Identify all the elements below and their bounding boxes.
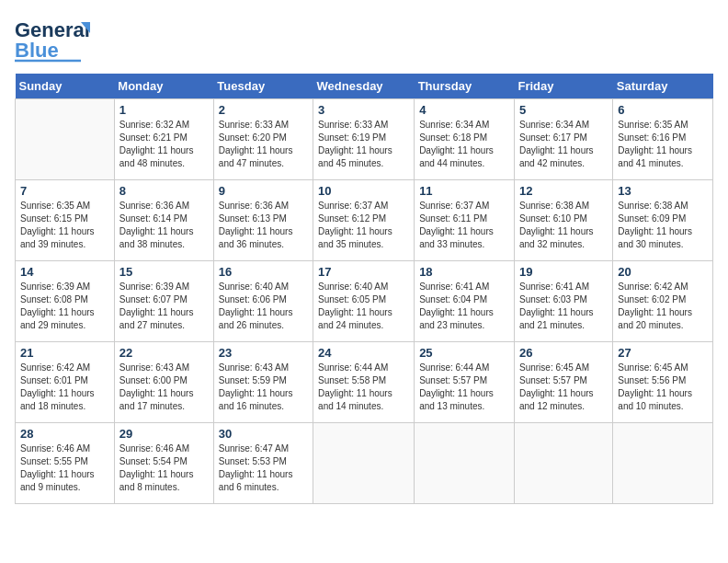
day-info: Sunrise: 6:40 AMSunset: 6:06 PMDaylight:…	[219, 281, 308, 332]
calendar-day-cell: 26Sunrise: 6:45 AMSunset: 5:57 PMDayligh…	[514, 342, 612, 423]
day-number: 21	[20, 346, 109, 360]
day-info: Sunrise: 6:34 AMSunset: 6:17 PMDaylight:…	[519, 119, 608, 170]
day-number: 16	[219, 265, 308, 279]
day-number: 23	[219, 346, 308, 360]
calendar-day-cell: 1Sunrise: 6:32 AMSunset: 6:21 PMDaylight…	[114, 99, 213, 180]
day-info: Sunrise: 6:33 AMSunset: 6:20 PMDaylight:…	[219, 119, 308, 170]
calendar-day-cell: 8Sunrise: 6:36 AMSunset: 6:14 PMDaylight…	[114, 180, 213, 261]
calendar-day-cell: 11Sunrise: 6:37 AMSunset: 6:11 PMDayligh…	[415, 180, 515, 261]
day-number: 5	[519, 103, 608, 117]
logo-svg: General Blue	[15, 15, 97, 63]
day-number: 30	[219, 427, 308, 441]
day-number: 10	[318, 184, 409, 198]
day-number: 20	[618, 265, 708, 279]
day-number: 29	[119, 427, 209, 441]
calendar-day-cell: 28Sunrise: 6:46 AMSunset: 5:55 PMDayligh…	[16, 423, 115, 504]
day-info: Sunrise: 6:46 AMSunset: 5:54 PMDaylight:…	[119, 442, 209, 494]
logo: General Blue	[15, 15, 97, 66]
calendar-day-cell: 3Sunrise: 6:33 AMSunset: 6:19 PMDaylight…	[313, 99, 415, 180]
weekday-header-row: SundayMondayTuesdayWednesdayThursdayFrid…	[16, 74, 713, 99]
calendar-day-cell: 5Sunrise: 6:34 AMSunset: 6:17 PMDaylight…	[514, 99, 612, 180]
calendar-day-cell: 9Sunrise: 6:36 AMSunset: 6:13 PMDaylight…	[213, 180, 313, 261]
weekday-header-cell: Thursday	[415, 74, 515, 99]
day-number: 17	[318, 265, 409, 279]
day-info: Sunrise: 6:44 AMSunset: 5:57 PMDaylight:…	[419, 362, 509, 413]
calendar-week-row: 1Sunrise: 6:32 AMSunset: 6:21 PMDaylight…	[16, 99, 713, 180]
weekday-header-cell: Monday	[114, 74, 213, 99]
calendar-day-cell: 27Sunrise: 6:45 AMSunset: 5:56 PMDayligh…	[613, 342, 713, 423]
calendar-day-cell: 29Sunrise: 6:46 AMSunset: 5:54 PMDayligh…	[114, 423, 213, 504]
calendar-day-cell: 15Sunrise: 6:39 AMSunset: 6:07 PMDayligh…	[114, 261, 213, 342]
day-info: Sunrise: 6:38 AMSunset: 6:10 PMDaylight:…	[519, 200, 608, 251]
calendar-day-cell	[313, 423, 415, 504]
day-number: 13	[618, 184, 708, 198]
calendar-day-cell	[613, 423, 713, 504]
calendar-day-cell: 17Sunrise: 6:40 AMSunset: 6:05 PMDayligh…	[313, 261, 415, 342]
calendar-week-row: 14Sunrise: 6:39 AMSunset: 6:08 PMDayligh…	[16, 261, 713, 342]
calendar-week-row: 21Sunrise: 6:42 AMSunset: 6:01 PMDayligh…	[16, 342, 713, 423]
day-number: 7	[20, 184, 109, 198]
day-number: 11	[419, 184, 509, 198]
day-number: 24	[318, 346, 409, 360]
day-info: Sunrise: 6:35 AMSunset: 6:16 PMDaylight:…	[618, 119, 708, 170]
weekday-header-cell: Tuesday	[213, 74, 313, 99]
calendar-day-cell: 20Sunrise: 6:42 AMSunset: 6:02 PMDayligh…	[613, 261, 713, 342]
day-info: Sunrise: 6:35 AMSunset: 6:15 PMDaylight:…	[20, 200, 109, 251]
weekday-header-cell: Sunday	[16, 74, 115, 99]
day-number: 2	[219, 103, 308, 117]
calendar-day-cell: 13Sunrise: 6:38 AMSunset: 6:09 PMDayligh…	[613, 180, 713, 261]
day-info: Sunrise: 6:32 AMSunset: 6:21 PMDaylight:…	[119, 119, 209, 170]
day-number: 6	[618, 103, 708, 117]
weekday-header-cell: Friday	[514, 74, 612, 99]
calendar-day-cell: 16Sunrise: 6:40 AMSunset: 6:06 PMDayligh…	[213, 261, 313, 342]
calendar-week-row: 7Sunrise: 6:35 AMSunset: 6:15 PMDaylight…	[16, 180, 713, 261]
calendar-day-cell: 14Sunrise: 6:39 AMSunset: 6:08 PMDayligh…	[16, 261, 115, 342]
day-info: Sunrise: 6:47 AMSunset: 5:53 PMDaylight:…	[219, 442, 308, 494]
day-info: Sunrise: 6:42 AMSunset: 6:02 PMDaylight:…	[618, 281, 708, 332]
calendar-day-cell	[16, 99, 115, 180]
calendar-day-cell: 22Sunrise: 6:43 AMSunset: 6:00 PMDayligh…	[114, 342, 213, 423]
day-number: 18	[419, 265, 509, 279]
day-info: Sunrise: 6:41 AMSunset: 6:04 PMDaylight:…	[419, 281, 509, 332]
day-number: 9	[219, 184, 308, 198]
calendar-day-cell: 25Sunrise: 6:44 AMSunset: 5:57 PMDayligh…	[415, 342, 515, 423]
weekday-header-cell: Saturday	[613, 74, 713, 99]
day-info: Sunrise: 6:37 AMSunset: 6:12 PMDaylight:…	[318, 200, 409, 251]
calendar-day-cell: 7Sunrise: 6:35 AMSunset: 6:15 PMDaylight…	[16, 180, 115, 261]
day-info: Sunrise: 6:37 AMSunset: 6:11 PMDaylight:…	[419, 200, 509, 251]
calendar-day-cell: 10Sunrise: 6:37 AMSunset: 6:12 PMDayligh…	[313, 180, 415, 261]
day-number: 25	[419, 346, 509, 360]
day-info: Sunrise: 6:46 AMSunset: 5:55 PMDaylight:…	[20, 442, 109, 494]
calendar-day-cell	[514, 423, 612, 504]
day-number: 12	[519, 184, 608, 198]
calendar-day-cell: 23Sunrise: 6:43 AMSunset: 5:59 PMDayligh…	[213, 342, 313, 423]
day-info: Sunrise: 6:38 AMSunset: 6:09 PMDaylight:…	[618, 200, 708, 251]
calendar-day-cell: 30Sunrise: 6:47 AMSunset: 5:53 PMDayligh…	[213, 423, 313, 504]
day-number: 26	[519, 346, 608, 360]
calendar-day-cell: 12Sunrise: 6:38 AMSunset: 6:10 PMDayligh…	[514, 180, 612, 261]
day-info: Sunrise: 6:45 AMSunset: 5:56 PMDaylight:…	[618, 362, 708, 413]
day-info: Sunrise: 6:34 AMSunset: 6:18 PMDaylight:…	[419, 119, 509, 170]
calendar-day-cell: 19Sunrise: 6:41 AMSunset: 6:03 PMDayligh…	[514, 261, 612, 342]
day-info: Sunrise: 6:40 AMSunset: 6:05 PMDaylight:…	[318, 281, 409, 332]
calendar-day-cell: 21Sunrise: 6:42 AMSunset: 6:01 PMDayligh…	[16, 342, 115, 423]
day-info: Sunrise: 6:43 AMSunset: 6:00 PMDaylight:…	[119, 362, 209, 413]
calendar-day-cell: 2Sunrise: 6:33 AMSunset: 6:20 PMDaylight…	[213, 99, 313, 180]
day-number: 28	[20, 427, 109, 441]
page-header: General Blue	[15, 15, 713, 66]
day-number: 3	[318, 103, 409, 117]
day-info: Sunrise: 6:33 AMSunset: 6:19 PMDaylight:…	[318, 119, 409, 170]
day-info: Sunrise: 6:44 AMSunset: 5:58 PMDaylight:…	[318, 362, 409, 413]
day-info: Sunrise: 6:41 AMSunset: 6:03 PMDaylight:…	[519, 281, 608, 332]
calendar-body: 1Sunrise: 6:32 AMSunset: 6:21 PMDaylight…	[16, 99, 713, 504]
day-number: 14	[20, 265, 109, 279]
calendar-day-cell	[415, 423, 515, 504]
svg-text:Blue: Blue	[15, 39, 59, 62]
day-number: 19	[519, 265, 608, 279]
calendar-day-cell: 18Sunrise: 6:41 AMSunset: 6:04 PMDayligh…	[415, 261, 515, 342]
calendar-table: SundayMondayTuesdayWednesdayThursdayFrid…	[15, 74, 713, 504]
weekday-header-cell: Wednesday	[313, 74, 415, 99]
calendar-day-cell: 6Sunrise: 6:35 AMSunset: 6:16 PMDaylight…	[613, 99, 713, 180]
day-number: 22	[119, 346, 209, 360]
day-info: Sunrise: 6:36 AMSunset: 6:13 PMDaylight:…	[219, 200, 308, 251]
